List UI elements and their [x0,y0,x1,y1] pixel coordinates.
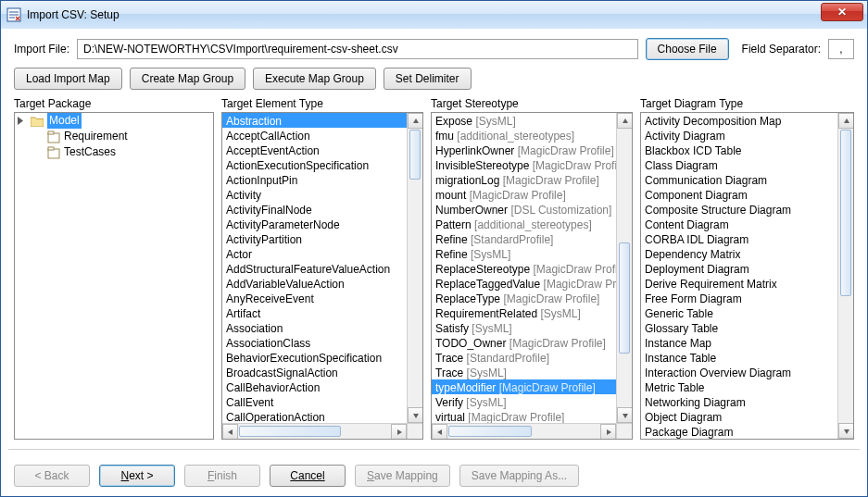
list-item[interactable]: AssociationClass [222,335,407,350]
scroll-up-button[interactable] [408,113,422,129]
list-item[interactable]: Glossary Table [641,320,837,335]
list-item[interactable]: InvisibleStereotype [MagicDraw Profile] [432,157,616,172]
tree-node-model[interactable]: Model [15,113,213,129]
scroll-right-button[interactable] [600,424,616,439]
list-item[interactable]: mount [MagicDraw Profile] [432,187,616,202]
list-item[interactable]: Expose [SysML] [432,113,616,128]
scroll-left-button[interactable] [432,424,447,439]
list-item[interactable]: AddVariableValueAction [222,276,407,291]
target-package-tree[interactable]: Model RequirementTestCases [14,112,214,440]
list-item[interactable]: CORBA IDL Diagram [641,231,837,246]
list-item[interactable]: Activity [222,187,407,202]
scroll-up-button[interactable] [617,113,632,129]
target-element-type-list[interactable]: AbstractionAcceptCallActionAcceptEventAc… [221,112,423,440]
close-button[interactable]: ✕ [821,3,863,21]
list-item[interactable]: CallOperationAction [222,409,407,423]
list-item[interactable]: TODO_Owner [MagicDraw Profile] [432,335,616,350]
list-item[interactable]: ReplaceType [MagicDraw Profile] [432,291,616,305]
list-item[interactable]: Trace [StandardProfile] [432,350,616,365]
list-item[interactable]: typeModifier [MagicDraw Profile] [432,379,616,394]
list-item[interactable]: ActivityPartition [222,231,407,246]
list-item[interactable]: RequirementRelated [SysML] [432,305,616,320]
list-item[interactable]: Satisfy [SysML] [432,320,616,335]
list-item[interactable]: ActionExecutionSpecification [222,157,407,172]
list-item[interactable]: AcceptCallAction [222,128,407,143]
scroll-down-button[interactable] [408,407,422,423]
list-item[interactable]: Trace [SysML] [432,365,616,379]
list-item[interactable]: Abstraction [222,113,407,128]
list-item[interactable]: Artifact [222,305,407,320]
expand-icon[interactable] [17,116,27,126]
list-item[interactable]: Interaction Overview Diagram [641,365,837,379]
cancel-button[interactable]: Cancel [270,465,346,487]
list-item[interactable]: AcceptEventAction [222,143,407,157]
field-separator-input[interactable] [828,39,854,59]
scroll-thumb[interactable] [619,242,630,354]
list-item[interactable]: AnyReceiveEvent [222,291,407,305]
list-item[interactable]: Communication Diagram [641,172,837,187]
list-item[interactable]: migrationLog [MagicDraw Profile] [432,172,616,187]
list-item[interactable]: Actor [222,246,407,261]
scroll-down-button[interactable] [838,423,853,439]
list-item[interactable]: virtual [MagicDraw Profile] [432,409,616,423]
list-item[interactable]: HyperlinkOwner [MagicDraw Profile] [432,143,616,157]
create-map-group-button[interactable]: Create Map Group [130,68,245,90]
list-item[interactable]: ActivityFinalNode [222,202,407,217]
tree-node[interactable]: TestCases [31,144,213,160]
list-item[interactable]: BehaviorExecutionSpecification [222,350,407,365]
list-item[interactable]: Component Diagram [641,187,837,202]
list-item[interactable]: Networking Diagram [641,394,837,409]
list-item[interactable]: BroadcastSignalAction [222,365,407,379]
list-item[interactable]: AddStructuralFeatureValueAction [222,261,407,276]
list-item[interactable]: Derive Requirement Matrix [641,276,837,291]
import-file-input[interactable] [77,39,638,59]
list-item[interactable]: Refine [SysML] [432,246,616,261]
list-item[interactable]: Package Diagram [641,424,837,439]
list-item[interactable]: Refine [StandardProfile] [432,231,616,246]
tree-node[interactable]: Requirement [31,129,213,144]
list-item[interactable]: Instance Map [641,335,837,350]
list-item[interactable]: Deployment Diagram [641,261,837,276]
list-item[interactable]: Free Form Diagram [641,291,837,305]
list-item[interactable]: Class Diagram [641,157,837,172]
list-item[interactable]: ActionInputPin [222,172,407,187]
list-item[interactable]: Activity Decomposition Map [641,113,837,128]
list-item[interactable]: Blackbox ICD Table [641,143,837,157]
list-item[interactable]: ReplaceTaggedValue [MagicDraw Profile] [432,276,616,291]
scroll-thumb[interactable] [840,130,851,296]
list-item[interactable]: Content Diagram [641,217,837,231]
list-item[interactable]: Verify [SysML] [432,394,616,409]
scroll-thumb[interactable] [448,426,532,437]
next-button[interactable]: Next > [99,465,175,487]
list-item[interactable]: Composite Structure Diagram [641,202,837,217]
list-item[interactable]: Instance Table [641,350,837,365]
vertical-scrollbar[interactable] [407,113,422,423]
list-item[interactable]: CallEvent [222,394,407,409]
scroll-right-button[interactable] [391,424,407,439]
scroll-left-button[interactable] [222,424,238,439]
list-item[interactable]: Association [222,320,407,335]
list-item[interactable]: fmu [additional_stereotypes] [432,128,616,143]
list-item[interactable]: ActivityParameterNode [222,217,407,231]
load-import-map-button[interactable]: Load Import Map [14,68,122,90]
horizontal-scrollbar[interactable] [222,423,407,439]
vertical-scrollbar[interactable] [616,113,632,423]
list-item[interactable]: Metric Table [641,379,837,394]
scroll-thumb[interactable] [409,130,421,180]
list-item[interactable]: NumberOwner [DSL Customization] [432,202,616,217]
target-stereotype-list[interactable]: Expose [SysML]fmu [additional_stereotype… [431,112,633,440]
choose-file-button[interactable]: Choose File [646,38,729,60]
list-item[interactable]: Pattern [additional_stereotypes] [432,217,616,231]
scroll-up-button[interactable] [838,113,853,129]
list-item[interactable]: Dependency Matrix [641,246,837,261]
horizontal-scrollbar[interactable] [432,423,616,439]
execute-map-group-button[interactable]: Execute Map Group [253,68,376,90]
scroll-down-button[interactable] [617,407,632,423]
list-item[interactable]: Generic Table [641,305,837,320]
set-delimiter-button[interactable]: Set Delimiter [384,68,472,90]
list-item[interactable]: CallBehaviorAction [222,379,407,394]
target-diagram-type-list[interactable]: Activity Decomposition MapActivity Diagr… [640,112,854,440]
vertical-scrollbar[interactable] [837,113,853,439]
list-item[interactable]: ReplaceStereotype [MagicDraw Profile] [432,261,616,276]
list-item[interactable]: Activity Diagram [641,128,837,143]
